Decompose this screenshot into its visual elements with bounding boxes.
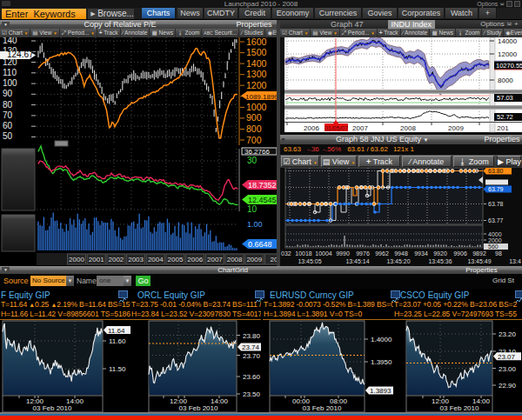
svg-text:13:45:20: 13:45:20: [386, 258, 410, 264]
svg-text:9948: 9948: [394, 250, 408, 257]
svg-text:1.3950: 1.3950: [371, 358, 392, 366]
svg-text:560: 560: [488, 243, 499, 250]
svg-text:70: 70: [3, 110, 13, 120]
svg-text:13:45:36: 13:45:36: [428, 258, 452, 264]
svg-text:13:45:14: 13:45:14: [345, 258, 369, 264]
svg-text:22.90: 22.90: [499, 382, 517, 390]
svg-text:9934: 9934: [414, 250, 428, 257]
svg-text:30: 30: [247, 156, 258, 165]
svg-text:900: 900: [246, 112, 262, 123]
svg-text:201: 201: [497, 124, 509, 132]
svg-text:10018: 10018: [295, 250, 312, 257]
svg-text:1600: 1600: [246, 37, 267, 47]
svg-text:2007: 2007: [352, 124, 368, 132]
svg-text:23.60: 23.60: [243, 373, 261, 381]
svg-text:63.79: 63.79: [488, 186, 504, 192]
svg-text:11.64: 11.64: [108, 327, 125, 335]
svg-text:23.07: 23.07: [498, 353, 516, 361]
svg-text:11.60: 11.60: [109, 337, 126, 345]
svg-text:032: 032: [281, 250, 291, 257]
svg-text:36.2766: 36.2766: [244, 148, 270, 156]
svg-text:1300: 1300: [246, 69, 267, 79]
svg-text:90: 90: [3, 89, 13, 98]
svg-text:9990: 9990: [336, 250, 350, 257]
svg-text:9962: 9962: [375, 250, 389, 257]
svg-text:11.50: 11.50: [109, 365, 126, 373]
svg-text:13:4: 13:4: [509, 258, 521, 264]
svg-text:60: 60: [3, 121, 13, 130]
svg-text:12000: 12000: [498, 50, 518, 58]
svg-text:124.67: 124.67: [7, 50, 34, 59]
svg-text:23.70: 23.70: [243, 352, 261, 360]
svg-text:2009: 2009: [448, 124, 464, 132]
svg-text:10004: 10004: [315, 250, 332, 257]
svg-text:63.80: 63.80: [488, 168, 504, 174]
svg-text:63.77: 63.77: [488, 217, 504, 223]
svg-text:9976: 9976: [356, 250, 370, 257]
svg-text:2000: 2000: [488, 237, 502, 243]
svg-text:1.3893: 1.3893: [370, 387, 392, 395]
svg-text:2000: 2000: [69, 256, 84, 263]
svg-text:03 Feb 2010: 03 Feb 2010: [179, 404, 218, 412]
svg-text:100: 100: [3, 78, 17, 88]
svg-text:1200: 1200: [246, 80, 267, 90]
svg-text:800: 800: [246, 123, 262, 134]
svg-text:03 Feb 2010: 03 Feb 2010: [440, 404, 479, 412]
svg-text:80: 80: [3, 100, 13, 110]
svg-text:1400: 1400: [246, 58, 267, 69]
svg-text:2008: 2008: [400, 124, 416, 132]
svg-text:700: 700: [246, 135, 262, 145]
svg-text:140: 140: [3, 37, 17, 45]
svg-text:1089.1899: 1089.1899: [245, 93, 277, 101]
svg-text:14000: 14000: [498, 37, 518, 45]
svg-text:2004: 2004: [148, 256, 164, 263]
svg-text:13:45:49: 13:45:49: [467, 258, 491, 264]
svg-text:18.7352: 18.7352: [248, 181, 277, 190]
svg-text:2001: 2001: [89, 256, 104, 263]
svg-text:1500: 1500: [246, 47, 267, 57]
svg-text:52.72: 52.72: [497, 113, 513, 121]
svg-text:2005: 2005: [168, 256, 184, 263]
svg-text:23.74: 23.74: [242, 343, 260, 351]
svg-text:10270.55: 10270.55: [496, 62, 522, 70]
svg-text:2008: 2008: [227, 256, 243, 263]
svg-text:03 Feb 2010: 03 Feb 2010: [33, 404, 72, 412]
svg-text:8000: 8000: [498, 77, 513, 84]
svg-text:98: 98: [495, 250, 502, 257]
svg-text:0.6648: 0.6648: [248, 240, 272, 249]
svg-text:23.00: 23.00: [499, 365, 517, 373]
svg-text:20: 20: [271, 256, 277, 263]
svg-text:1000: 1000: [246, 102, 267, 112]
svg-text:23.20: 23.20: [499, 330, 517, 338]
svg-text:2002: 2002: [109, 256, 124, 263]
svg-text:1.4000: 1.4000: [371, 336, 392, 343]
svg-text:23.50: 23.50: [243, 390, 261, 398]
svg-text:10: 10: [247, 204, 258, 214]
svg-text:01/05/07: 01/05/07: [325, 125, 348, 131]
svg-text:2006: 2006: [304, 124, 319, 132]
svg-text:2006: 2006: [187, 256, 203, 263]
svg-text:03 Feb 2010: 03 Feb 2010: [303, 404, 342, 412]
svg-text:57.03: 57.03: [497, 94, 513, 102]
svg-text:9892: 9892: [472, 250, 486, 257]
svg-text:2003: 2003: [128, 256, 144, 263]
svg-text:12.4545: 12.4545: [248, 196, 277, 204]
svg-text:63.78: 63.78: [488, 201, 504, 207]
svg-text:9920: 9920: [433, 250, 447, 257]
svg-text:50: 50: [3, 131, 13, 141]
svg-text:23.80: 23.80: [243, 332, 261, 340]
svg-text:110: 110: [3, 68, 17, 77]
svg-text:13:45:05: 13:45:05: [298, 258, 321, 264]
svg-text:1.00: 1.00: [247, 220, 263, 229]
svg-text:9906: 9906: [453, 250, 467, 257]
svg-text:2007: 2007: [207, 256, 223, 263]
svg-text:2009: 2009: [246, 256, 262, 263]
